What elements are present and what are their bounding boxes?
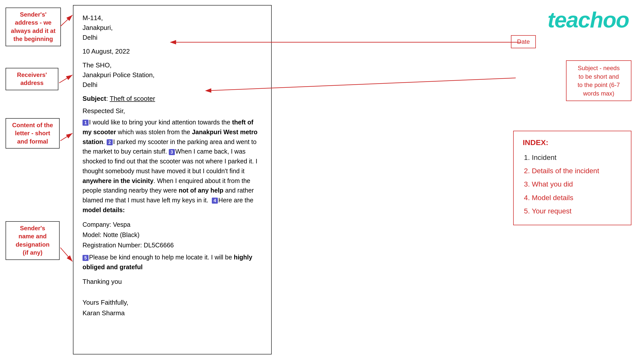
date-annotation: Date [511,35,536,48]
index-item-5: Your request [532,204,622,218]
svg-line-5 [60,248,72,261]
receiver-address: The SHO,Janakpuri Police Station,Delhi [83,60,262,90]
sender-address: M-114,Janakpuri,Delhi [83,13,262,42]
subject-text: Theft of scooter [110,95,155,102]
sender-address-annotation: Sender's' address - we always add it at … [6,8,61,46]
index-title: INDEX: [523,138,622,147]
subject-annotation: Subject - needsto be short andto the poi… [566,60,631,101]
letter-body-para1: 1I would like to bring your kind attenti… [83,117,262,215]
sender-name-annotation: Sender'sname anddesignation(if any) [6,221,60,260]
svg-line-2 [60,15,72,26]
salutation: Respected Sir, [83,107,262,115]
badge-4: 4 [212,198,218,204]
subject-label: Subject [83,95,106,102]
badge-5: 5 [83,255,89,261]
content-annotation: Content of theletter - shortand formal [6,118,60,149]
index-box: INDEX: Incident Details of the incident … [513,131,631,225]
badge-3: 3 [169,149,175,155]
index-list: Incident Details of the incident What yo… [523,151,622,218]
letter-subject: Subject: Theft of scooter [83,95,262,103]
letter-box: M-114,Janakpuri,Delhi 10 August, 2022 Th… [73,5,272,354]
model-details: Company: Vespa Model: Notte (Black) Regi… [83,219,262,251]
badge-2: 2 [107,139,113,145]
index-item-2: Details of the incident [532,164,622,177]
index-item-4: Model details [532,191,622,204]
letter-body-para5: 5Please be kind enough to help me locate… [83,252,262,272]
svg-line-3 [59,75,72,83]
letter-closing: Thanking you Yours Faithfully, Karan Sha… [83,277,262,318]
index-item-1: Incident [532,151,622,164]
receiver-annotation: Receivers'address [6,68,58,90]
teachoo-logo: teachoo [548,7,629,33]
svg-line-4 [60,133,72,141]
badge-1: 1 [83,120,89,126]
index-item-3: What you did [532,177,622,191]
letter-date: 10 August, 2022 [83,48,262,55]
